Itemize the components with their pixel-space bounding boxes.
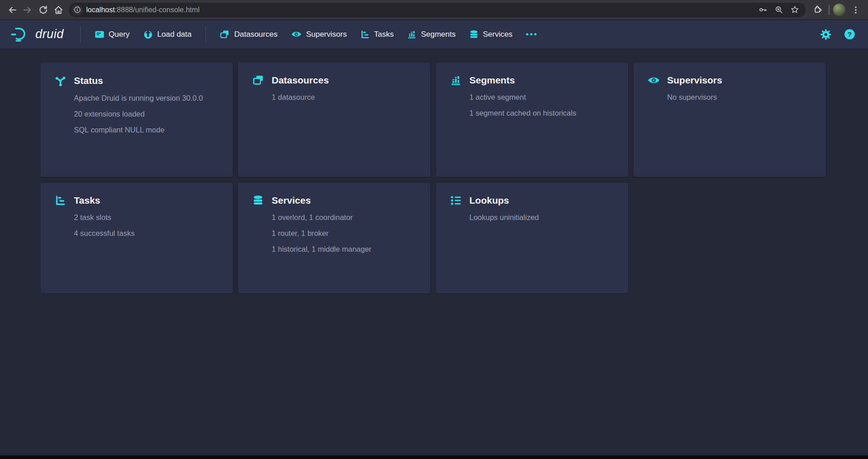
bookmark-star-icon[interactable] bbox=[790, 5, 800, 15]
profile-avatar[interactable] bbox=[833, 4, 845, 16]
settings-button[interactable] bbox=[817, 26, 834, 43]
card-line: No supervisors bbox=[667, 93, 812, 102]
nav-divider bbox=[80, 27, 81, 42]
home-button[interactable] bbox=[51, 2, 66, 18]
nav-item-label: Services bbox=[483, 30, 512, 39]
card-line: 1 segment cached on historicals bbox=[469, 109, 614, 117]
upload-icon bbox=[143, 29, 153, 39]
back-button[interactable] bbox=[5, 2, 20, 18]
card-title: Tasks bbox=[74, 195, 100, 206]
url-text[interactable]: localhost:8888/unified-console.html bbox=[86, 6, 758, 14]
url-path: :8888/unified-console.html bbox=[115, 6, 200, 14]
home-icon bbox=[54, 5, 63, 15]
segments-chart-icon bbox=[449, 75, 462, 86]
site-info-button[interactable] bbox=[72, 5, 83, 15]
eye-icon bbox=[291, 30, 302, 38]
card-title: Datasources bbox=[272, 75, 329, 86]
tasks-gantt-icon bbox=[54, 195, 67, 206]
nav-item-label: Datasources bbox=[234, 30, 277, 39]
card-line: Apache Druid is running version 30.0.0 bbox=[74, 94, 219, 103]
lookups-list-icon bbox=[449, 195, 462, 206]
reload-icon bbox=[38, 5, 48, 15]
gear-icon bbox=[820, 29, 831, 40]
card-line: 4 successful tasks bbox=[74, 229, 219, 238]
services-database-icon bbox=[469, 30, 478, 39]
browser-toolbar: localhost:8888/unified-console.html bbox=[0, 0, 868, 20]
segments-chart-icon bbox=[407, 30, 416, 39]
card-line: 1 datasource bbox=[272, 93, 417, 102]
nav-item-supervisors[interactable]: Supervisors bbox=[284, 20, 354, 49]
toolbar-separator bbox=[829, 5, 829, 15]
zoom-icon[interactable] bbox=[774, 5, 784, 15]
card-line: SQL compliant NULL mode bbox=[74, 126, 219, 134]
status-card[interactable]: Status Apache Druid is running version 3… bbox=[40, 63, 233, 177]
password-key-icon[interactable] bbox=[758, 5, 768, 15]
nav-item-segments[interactable]: Segments bbox=[400, 20, 463, 49]
help-icon: ? bbox=[844, 29, 855, 40]
card-title: Supervisors bbox=[667, 75, 722, 86]
url-host: localhost bbox=[86, 6, 115, 14]
nav-item-load-data[interactable]: Load data bbox=[137, 20, 199, 49]
card-line: 1 historical, 1 middle manager bbox=[272, 245, 417, 254]
nav-item-label: Supervisors bbox=[306, 30, 347, 39]
puzzle-icon bbox=[812, 5, 822, 15]
card-line: 1 active segment bbox=[469, 93, 614, 102]
back-icon bbox=[7, 5, 17, 15]
card-title: Services bbox=[272, 195, 311, 206]
help-button[interactable]: ? bbox=[841, 26, 858, 43]
reload-button[interactable] bbox=[35, 2, 51, 18]
card-line: Lookups uninitialized bbox=[469, 213, 614, 222]
nav-divider bbox=[205, 27, 206, 42]
forward-icon bbox=[23, 5, 33, 15]
card-title: Lookups bbox=[469, 195, 509, 206]
card-line: 2 task slots bbox=[74, 213, 219, 222]
url-bar[interactable]: localhost:8888/unified-console.html bbox=[69, 3, 806, 17]
nav-item-query[interactable]: Query bbox=[88, 20, 137, 49]
ellipsis-icon bbox=[526, 33, 536, 35]
druid-logo[interactable]: druid bbox=[10, 26, 64, 43]
datasources-icon bbox=[220, 30, 229, 39]
datasources-card[interactable]: Datasources 1 datasource bbox=[238, 63, 430, 177]
query-console-icon bbox=[95, 30, 104, 39]
card-line: 1 overlord, 1 coordinator bbox=[272, 213, 417, 222]
druid-header: druid Query Load data Datasources Superv… bbox=[0, 20, 868, 49]
card-title: Segments bbox=[469, 75, 515, 86]
extensions-button[interactable] bbox=[809, 2, 825, 18]
segments-card[interactable]: Segments 1 active segment 1 segment cach… bbox=[436, 63, 628, 177]
druid-brand-text: druid bbox=[35, 27, 64, 41]
druid-logo-icon bbox=[10, 26, 31, 43]
info-icon bbox=[74, 6, 81, 13]
nav-item-tasks[interactable]: Tasks bbox=[354, 20, 400, 49]
nav-item-label: Tasks bbox=[374, 30, 394, 39]
forward-button[interactable] bbox=[20, 2, 35, 18]
services-card[interactable]: Services 1 overlord, 1 coordinator 1 rou… bbox=[238, 183, 430, 293]
nav-item-label: Query bbox=[109, 30, 130, 39]
lookups-card[interactable]: Lookups Lookups uninitialized bbox=[436, 183, 628, 293]
card-title: Status bbox=[74, 75, 103, 86]
status-icon bbox=[54, 75, 67, 87]
nav-item-label: Load data bbox=[157, 30, 192, 39]
supervisors-card[interactable]: Supervisors No supervisors bbox=[634, 63, 826, 177]
nav-item-label: Segments bbox=[421, 30, 456, 39]
window-bottom-edge bbox=[0, 455, 868, 459]
tasks-card[interactable]: Tasks 2 task slots 4 successful tasks bbox=[40, 183, 233, 293]
eye-icon bbox=[647, 76, 660, 85]
card-line: 1 router, 1 broker bbox=[272, 229, 417, 238]
tasks-gantt-icon bbox=[361, 30, 370, 39]
nav-item-datasources[interactable]: Datasources bbox=[213, 20, 284, 49]
services-database-icon bbox=[252, 195, 264, 206]
svg-text:?: ? bbox=[847, 30, 851, 38]
nav-item-services[interactable]: Services bbox=[463, 20, 519, 49]
datasources-icon bbox=[252, 75, 264, 86]
nav-more-button[interactable] bbox=[519, 20, 543, 49]
browser-menu-button[interactable] bbox=[848, 2, 863, 18]
kebab-menu-icon bbox=[851, 5, 860, 15]
home-view: Status Apache Druid is running version 3… bbox=[0, 49, 868, 293]
card-line: 20 extensions loaded bbox=[74, 110, 219, 118]
